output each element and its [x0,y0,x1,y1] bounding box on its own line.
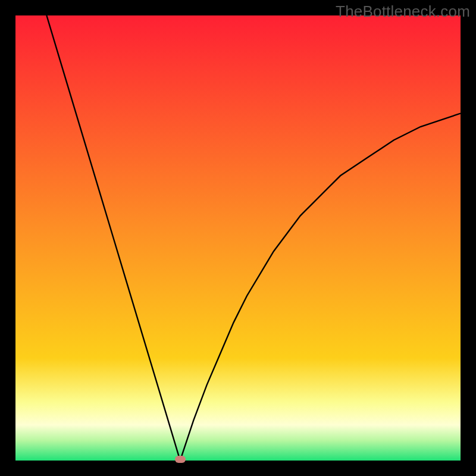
plot-svg [15,15,461,461]
plot-area [15,15,461,461]
attribution-text: TheBottleneck.com [336,2,470,21]
chart-container: TheBottleneck.com [0,0,476,476]
optimum-marker [175,456,186,463]
gradient-bg [15,15,461,461]
